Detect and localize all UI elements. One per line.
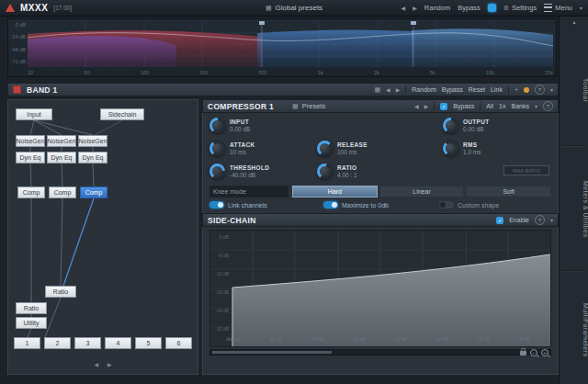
node-ratio-1[interactable]: Ratio: [16, 302, 47, 314]
link-channels-toggle[interactable]: Link channels: [209, 201, 267, 209]
attack-knob[interactable]: [209, 141, 225, 156]
input-control[interactable]: INPUT 0.00 dB: [209, 118, 250, 133]
toggle-on-icon[interactable]: [323, 201, 338, 209]
slots-prev-icon[interactable]: ◀: [94, 361, 98, 367]
slot-4[interactable]: 4: [105, 337, 131, 349]
knee-hard-button[interactable]: Hard: [292, 186, 378, 198]
db-label: -72 dB: [11, 59, 26, 64]
comp-multi-button[interactable]: 1x: [499, 103, 505, 109]
band-color-swatch[interactable]: [13, 85, 21, 94]
ab-compare-swatch[interactable]: [488, 4, 496, 12]
comp-prev-icon[interactable]: ◀: [414, 104, 419, 109]
knee-linear-button[interactable]: Linear: [379, 186, 465, 198]
bypass-button[interactable]: Bypass: [458, 4, 481, 12]
attack-control[interactable]: ATTACK 10 ms: [209, 141, 255, 156]
comp-bypass-button[interactable]: Bypass: [453, 103, 474, 109]
release-knob[interactable]: [317, 141, 333, 156]
zoom-in-icon[interactable]: +: [541, 349, 548, 356]
band-next-icon[interactable]: ▶: [396, 87, 401, 93]
node-comp-2[interactable]: Comp: [49, 186, 76, 198]
slots-next-icon[interactable]: ▶: [107, 361, 112, 367]
global-presets-button[interactable]: ▦ Global presets: [266, 4, 322, 12]
node-noisegen-1[interactable]: NoiseGen: [16, 135, 45, 147]
comp-all-button[interactable]: All: [486, 103, 493, 109]
sidechain-help-icon[interactable]: ?: [535, 215, 545, 225]
prev-preset-icon[interactable]: ◀: [401, 6, 406, 11]
rail-tab-toolbar[interactable]: Toolbar: [560, 44, 588, 136]
node-dyneq-2[interactable]: Dyn Eq: [47, 152, 76, 164]
slot-5[interactable]: 5: [135, 337, 162, 349]
compression-curve-plot[interactable]: 0 dB -6 dB -12 dB -18 dB -24 dB -30 dB: [209, 230, 551, 347]
node-dyneq-3[interactable]: Dyn Eq: [78, 152, 107, 164]
band-prev-icon[interactable]: ◀: [386, 87, 390, 93]
settings-button[interactable]: ⚙ Settings: [503, 4, 537, 12]
rail-tab-multiparameters[interactable]: MultiParameters: [560, 279, 588, 380]
node-ratio-2[interactable]: Ratio: [45, 286, 76, 298]
node-noisegen-2[interactable]: NoiseGen: [47, 135, 76, 147]
band-grid-icon[interactable]: ▦: [374, 86, 380, 93]
ratio-control[interactable]: RATIO 4.00 : 1: [317, 164, 357, 179]
node-comp-1[interactable]: Comp: [17, 186, 45, 198]
comp-next-icon[interactable]: ▶: [424, 104, 429, 109]
output-knob[interactable]: [443, 118, 458, 133]
plot-scrollbar-thumb[interactable]: [212, 351, 332, 354]
maximize-toggle[interactable]: Maximize to 0db: [323, 201, 389, 209]
comp-active-check-icon[interactable]: ✓: [440, 103, 447, 110]
custom-shape-toggle[interactable]: Custom shape: [439, 201, 499, 209]
rms-knob[interactable]: [443, 141, 458, 156]
node-input[interactable]: Input: [16, 108, 52, 120]
plot-x-label: -36 dB: [310, 336, 323, 342]
sidechain-enable-label[interactable]: Enable: [509, 217, 529, 223]
band-random-button[interactable]: Random: [412, 86, 435, 93]
band-help-icon[interactable]: ?: [535, 85, 545, 95]
ratio-knob[interactable]: [317, 164, 333, 179]
band-link-button[interactable]: Link: [491, 86, 503, 93]
threshold-knob[interactable]: [209, 164, 225, 179]
threshold-control[interactable]: THRESHOLD -40.00 dB: [209, 164, 269, 179]
melda-logo-icon: [6, 4, 15, 12]
multiband-spectrum-display[interactable]: 0 dB -24 dB -48 dB -72 dB 20 50 100 200 …: [7, 18, 557, 77]
sidechain-enable-check-icon[interactable]: ✓: [496, 217, 503, 224]
threshold-value: -40.00 dB: [230, 172, 269, 178]
next-preset-icon[interactable]: ▶: [413, 6, 417, 11]
max-ratio-field[interactable]: MAX RATIO: [503, 165, 549, 175]
output-label: OUTPUT: [463, 119, 490, 125]
slot-1[interactable]: 1: [14, 337, 40, 349]
plot-x-label: -24 dB: [393, 336, 407, 342]
toggle-off-icon[interactable]: [439, 201, 454, 209]
lock-icon[interactable]: [520, 351, 526, 356]
node-utility[interactable]: Utility: [16, 317, 47, 329]
release-control[interactable]: RELEASE 100 ms: [317, 141, 368, 156]
rail-tab-meters-utilities[interactable]: Meters & Utilities: [560, 154, 588, 265]
sidechain-caret-icon[interactable]: ▾: [550, 218, 553, 223]
menu-button[interactable]: Menu: [544, 4, 572, 12]
comp-help-icon[interactable]: ?: [543, 101, 553, 111]
slot-6[interactable]: 6: [165, 337, 192, 349]
zoom-out-icon[interactable]: −: [530, 349, 537, 356]
rail-collapse-icon[interactable]: ▴: [560, 18, 588, 25]
comp-banks-button[interactable]: Banks: [512, 103, 529, 109]
attack-label: ATTACK: [230, 141, 255, 148]
toggle-on-icon[interactable]: [209, 201, 224, 209]
input-knob[interactable]: [209, 118, 225, 133]
node-dyneq-1[interactable]: Dyn Eq: [16, 152, 45, 164]
freq-label: 50: [84, 70, 89, 75]
random-button[interactable]: Random: [424, 4, 450, 12]
output-control[interactable]: OUTPUT 0.00 dB: [443, 118, 490, 133]
slot-3[interactable]: 3: [74, 337, 101, 349]
band-reset-button[interactable]: Reset: [469, 86, 485, 93]
node-comp-3-selected[interactable]: Comp: [80, 186, 107, 198]
plot-scrollbar[interactable]: − +: [209, 349, 551, 356]
plot-y-label: -12 dB: [212, 271, 229, 277]
threshold-label: THRESHOLD: [230, 164, 269, 171]
node-noisegen-3[interactable]: NoiseGen: [78, 135, 107, 147]
band-bypass-button[interactable]: Bypass: [442, 86, 463, 93]
band-caret-icon[interactable]: ▾: [550, 87, 553, 93]
slot-2[interactable]: 2: [44, 337, 71, 349]
rail-separator: [562, 270, 586, 271]
compressor-presets-button[interactable]: ▦ Presets: [292, 102, 325, 110]
node-sidechain[interactable]: Sidechain: [100, 108, 144, 120]
rms-control[interactable]: RMS 1.0 ms: [443, 141, 481, 156]
band-add-icon[interactable]: +: [514, 86, 518, 93]
knee-soft-button[interactable]: Soft: [466, 186, 551, 198]
